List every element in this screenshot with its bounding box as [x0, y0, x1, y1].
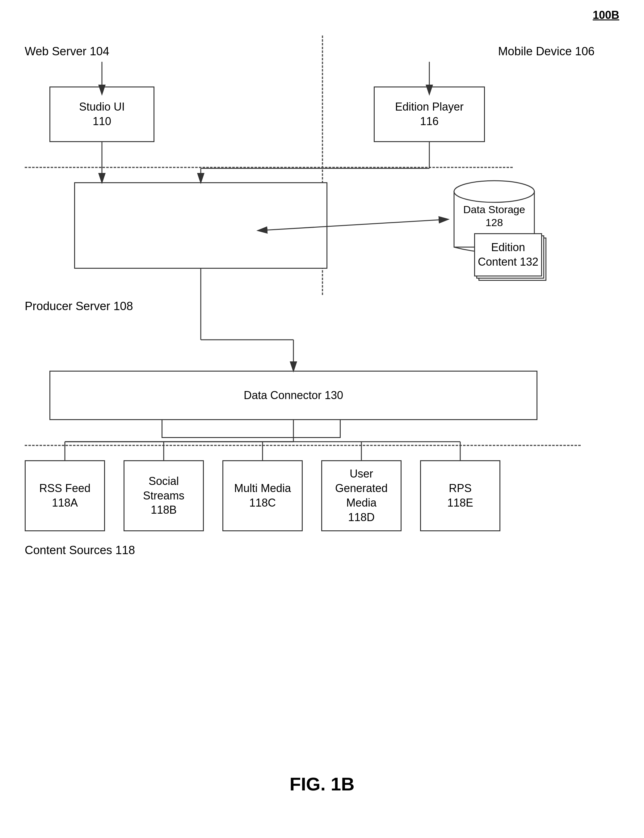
dashed-horizontal-2 — [25, 445, 581, 446]
diagram: 100B Web Server 104 Mobile Device 106 Pr… — [0, 0, 644, 838]
label-content-sources: Content Sources 118 — [25, 544, 135, 557]
dashed-horizontal-separator — [25, 167, 513, 168]
box-social-streams: Social Streams 118B — [123, 460, 204, 531]
label-mobile-device: Mobile Device 106 — [498, 45, 595, 58]
multi-media-label: Multi Media 118C — [234, 481, 291, 510]
edition-player-label: Edition Player 116 — [395, 100, 463, 129]
figure-caption: FIG. 1B — [289, 774, 354, 795]
box-data-connector: Data Connector 130 — [49, 371, 537, 420]
svg-text:128: 128 — [486, 217, 503, 228]
label-web-server: Web Server 104 — [25, 45, 109, 58]
rps-label: RPS 118E — [447, 481, 473, 510]
box-rss-feed: RSS Feed 118A — [25, 460, 105, 531]
edition-content-label: Edition Content 132 — [478, 240, 538, 269]
box-multi-media: Multi Media 118C — [222, 460, 303, 531]
box-studio-ui: Studio UI 110 — [49, 87, 154, 142]
social-streams-label: Social Streams 118B — [143, 474, 184, 518]
svg-text:Data Storage: Data Storage — [463, 204, 525, 215]
figure-id: 100B — [593, 9, 619, 21]
user-generated-label: User Generated Media 118D — [335, 467, 388, 524]
box-rps: RPS 118E — [420, 460, 500, 531]
label-producer-server: Producer Server 108 — [25, 300, 133, 313]
box-user-generated-media: User Generated Media 118D — [321, 460, 401, 531]
data-connector-label: Data Connector 130 — [244, 388, 343, 403]
box-studio-backend: Studio Backend 126 Application Data Mode… — [74, 182, 327, 269]
box-edition-player: Edition Player 116 — [374, 87, 485, 142]
svg-point-1 — [454, 181, 534, 202]
studio-ui-label: Studio UI 110 — [79, 100, 125, 129]
rss-feed-label: RSS Feed 118A — [39, 481, 90, 510]
